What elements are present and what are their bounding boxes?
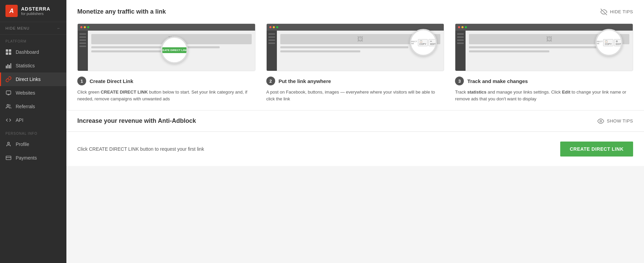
svg-rect-3 bbox=[9, 52, 11, 55]
tip-1-header: 1 Create Direct Link bbox=[77, 77, 255, 85]
svg-rect-7 bbox=[11, 63, 12, 68]
sidebar-item-websites[interactable]: Websites bbox=[0, 86, 66, 100]
tip-2-desc: A post on Facebook, buttons, images — ev… bbox=[266, 89, 444, 102]
tip-1-desc: Click green CREATE DIRECT LINK button be… bbox=[77, 89, 255, 102]
logo-icon: A bbox=[5, 5, 18, 17]
tip-card-1: 🖼 CREATE DIRECT LINK ▌ 1 Create Direct L… bbox=[77, 23, 255, 102]
mock-create-link-button: CREATE DIRECT LINK ▌ bbox=[161, 47, 188, 53]
tip-2-number: 2 bbox=[266, 77, 275, 85]
magnify-overlay-3: DIRECT LINK 📋 COPY ⚙ EDIT bbox=[595, 29, 623, 56]
sidebar-item-referrals[interactable]: Referrals bbox=[0, 100, 66, 113]
referrals-icon bbox=[5, 103, 12, 110]
anti-adblock-header: Increase your revenue with Anti-Adblock … bbox=[77, 117, 633, 125]
show-tips-label: SHOW TIPS bbox=[607, 118, 633, 124]
monetize-section: Monetize any traffic with a link HIDE TI… bbox=[66, 0, 644, 111]
dashboard-icon bbox=[5, 49, 12, 55]
tip-image-1: 🖼 CREATE DIRECT LINK ▌ bbox=[77, 23, 255, 71]
sidebar-item-profile[interactable]: Profile bbox=[0, 137, 66, 151]
tip-3-number: 3 bbox=[455, 77, 464, 85]
sidebar-item-payments[interactable]: Payments bbox=[0, 151, 66, 165]
statistics-icon bbox=[5, 63, 12, 69]
brand-name: ADSTERRA bbox=[21, 6, 50, 12]
tips-grid: 🖼 CREATE DIRECT LINK ▌ 1 Create Direct L… bbox=[77, 23, 633, 102]
tip-3-header: 3 Track and make changes bbox=[455, 77, 633, 85]
svg-point-12 bbox=[7, 142, 9, 144]
sidebar-item-dashboard[interactable]: Dashboard bbox=[0, 45, 66, 59]
tip-1-number: 1 bbox=[77, 77, 86, 85]
sidebar-item-dashboard-label: Dashboard bbox=[16, 49, 39, 55]
sidebar-logo: A ADSTERRA for publishers bbox=[0, 0, 66, 22]
cta-text: Click CREATE DIRECT LINK button to reque… bbox=[77, 146, 204, 152]
monetize-title: Monetize any traffic with a link bbox=[77, 8, 166, 15]
tip-card-3: 🖼 DIRECT LINK 📋 COPY ⚙ EDIT bbox=[455, 23, 633, 102]
svg-point-11 bbox=[7, 104, 9, 106]
sidebar-item-statistics[interactable]: Statistics bbox=[0, 59, 66, 72]
personal-section-label: PERSONAL INFO bbox=[0, 127, 66, 137]
sidebar-item-api[interactable]: API bbox=[0, 113, 66, 127]
tip-card-2: 🖼 DIRECT LINK 📋 COPY ✏ EDIT bbox=[266, 23, 444, 102]
sidebar-item-profile-label: Profile bbox=[16, 142, 29, 147]
platform-section-label: PLATFORM bbox=[0, 35, 66, 45]
svg-rect-13 bbox=[6, 156, 11, 160]
svg-rect-8 bbox=[6, 91, 11, 94]
hide-tips-button[interactable]: HIDE TIPS bbox=[600, 9, 633, 15]
magnify-overlay-2: DIRECT LINK 📋 COPY ✏ EDIT bbox=[410, 29, 437, 56]
svg-point-16 bbox=[600, 120, 601, 122]
hide-tips-label: HIDE TIPS bbox=[610, 9, 633, 14]
tip-3-title: Track and make changes bbox=[467, 78, 528, 84]
tip-1-title: Create Direct Link bbox=[90, 78, 133, 84]
tip-image-2: 🖼 DIRECT LINK 📋 COPY ✏ EDIT bbox=[266, 23, 444, 71]
profile-icon bbox=[5, 141, 12, 147]
main-content: Monetize any traffic with a link HIDE TI… bbox=[66, 0, 644, 263]
sidebar-item-statistics-label: Statistics bbox=[16, 63, 35, 68]
anti-adblock-title: Increase your revenue with Anti-Adblock bbox=[77, 117, 196, 125]
mock-action-buttons: DIRECT LINK 📋 COPY ✏ EDIT bbox=[410, 39, 437, 46]
svg-rect-6 bbox=[9, 65, 10, 68]
svg-rect-2 bbox=[6, 52, 8, 55]
svg-rect-1 bbox=[9, 49, 11, 52]
anti-adblock-section: Increase your revenue with Anti-Adblock … bbox=[66, 111, 644, 132]
tip-2-title: Put the link anywhere bbox=[279, 78, 331, 84]
cta-section: Click CREATE DIRECT LINK button to reque… bbox=[66, 132, 644, 166]
monetize-section-header: Monetize any traffic with a link HIDE TI… bbox=[77, 8, 633, 15]
show-tips-button[interactable]: SHOW TIPS bbox=[597, 118, 633, 125]
sidebar-item-api-label: API bbox=[16, 117, 23, 123]
svg-rect-4 bbox=[6, 66, 7, 68]
sidebar-item-referrals-label: Referrals bbox=[16, 104, 35, 109]
hide-menu-arrow-icon: ← bbox=[57, 26, 61, 30]
hide-menu-label: HIDE MENU bbox=[5, 26, 30, 30]
direct-links-icon bbox=[5, 76, 12, 82]
sidebar: A ADSTERRA for publishers HIDE MENU ← PL… bbox=[0, 0, 66, 263]
tip-2-header: 2 Put the link anywhere bbox=[266, 77, 444, 85]
hide-tips-icon bbox=[600, 9, 607, 15]
show-tips-icon bbox=[597, 118, 604, 125]
brand-sub: for publishers bbox=[21, 12, 50, 16]
hide-menu-button[interactable]: HIDE MENU ← bbox=[0, 22, 66, 35]
logo-text: ADSTERRA for publishers bbox=[21, 6, 50, 16]
svg-rect-0 bbox=[6, 49, 8, 52]
tip-image-3: 🖼 DIRECT LINK 📋 COPY ⚙ EDIT bbox=[455, 23, 633, 71]
sidebar-item-websites-label: Websites bbox=[16, 90, 35, 96]
api-icon bbox=[5, 117, 12, 123]
create-direct-link-button[interactable]: CREATE DIRECT LINK bbox=[560, 142, 633, 157]
sidebar-item-direct-links-label: Direct Links bbox=[16, 77, 41, 82]
payments-icon bbox=[5, 155, 12, 161]
magnify-overlay-1: CREATE DIRECT LINK ▌ bbox=[161, 36, 188, 64]
svg-rect-5 bbox=[7, 64, 9, 68]
sidebar-item-direct-links[interactable]: Direct Links bbox=[0, 72, 66, 86]
tip-3-desc: Track statistics and manage your links s… bbox=[455, 89, 633, 102]
sidebar-item-payments-label: Payments bbox=[16, 155, 37, 161]
websites-icon bbox=[5, 90, 12, 96]
